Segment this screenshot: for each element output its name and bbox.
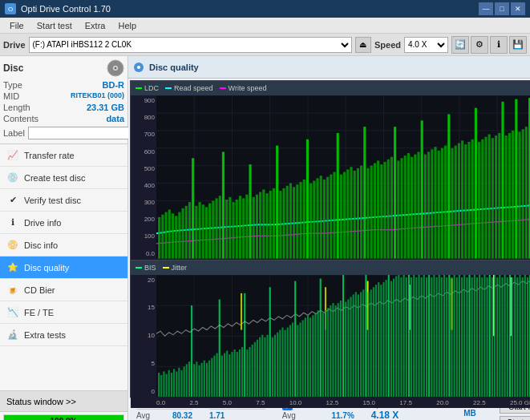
svg-rect-128 [508,133,511,259]
lower-chart-panel: BIS Jitter 20 15 10 5 0 [130,260,530,398]
nav-verify-test-disc-label: Verify test disc [24,196,81,205]
eject-button[interactable]: ⏏ [355,37,371,53]
create-test-disc-icon: 💿 [6,172,19,184]
svg-rect-266 [433,275,435,397]
svg-rect-114 [461,140,463,258]
start-part-button[interactable]: Start part [500,416,530,420]
svg-rect-225 [330,305,331,397]
svg-rect-299 [516,277,518,397]
svg-rect-223 [325,310,326,397]
svg-rect-43 [222,151,225,258]
svg-rect-226 [332,303,334,397]
drive-select[interactable]: (F:) ATAPI iHBS112 2 CL0K [29,37,352,53]
svg-rect-239 [365,275,366,397]
close-button[interactable]: ✕ [511,2,525,15]
svg-rect-214 [302,320,304,397]
svg-rect-176 [224,353,225,397]
svg-rect-158 [178,367,180,397]
svg-rect-28 [172,213,174,258]
svg-rect-285 [481,277,483,397]
svg-rect-169 [206,362,208,397]
status-window-button[interactable]: Status window >> [0,391,127,412]
nav-create-test-disc[interactable]: 💿 Create test disc [0,167,127,189]
svg-rect-274 [454,275,455,397]
svg-rect-69 [310,184,312,259]
nav-verify-test-disc[interactable]: ✔ Verify test disc [0,189,127,212]
save-button[interactable]: 💾 [509,36,527,54]
svg-rect-49 [242,198,245,258]
minimize-button[interactable]: — [479,2,493,15]
bis-legend-label: BIS [144,264,156,272]
refresh-button[interactable]: 🔄 [451,36,469,54]
nav-list: 📈 Transfer rate 💿 Create test disc ✔ Ver… [0,144,127,390]
svg-point-4 [137,66,140,69]
svg-rect-220 [318,310,319,397]
svg-rect-168 [204,360,205,397]
nav-extra-tests[interactable]: 🔬 Extra tests [0,324,127,346]
svg-rect-283 [476,277,478,397]
svg-rect-276 [459,275,460,397]
settings-button[interactable]: ⚙ [471,36,488,54]
speed-select[interactable]: 4.0 X [404,37,448,53]
svg-rect-108 [441,148,443,259]
svg-rect-38 [205,207,208,258]
upper-chart-legend: LDC Read speed Write speed [131,81,530,95]
read-speed-legend: Read speed [165,84,213,92]
nav-fe-te[interactable]: 📉 FE / TE [0,301,127,324]
svg-rect-232 [347,299,349,397]
svg-rect-70 [313,180,315,258]
svg-rect-262 [423,275,425,397]
svg-rect-293 [501,277,503,397]
svg-rect-157 [176,371,177,397]
svg-rect-173 [216,353,218,397]
menu-help[interactable]: Help [111,19,143,32]
svg-rect-177 [226,350,228,397]
fe-te-icon: 📉 [6,306,19,319]
svg-rect-127 [505,135,508,258]
svg-rect-282 [474,275,475,397]
svg-rect-267 [436,277,438,397]
nav-cd-bier[interactable]: 🍺 CD Bier [0,279,127,301]
label-input[interactable] [28,127,131,139]
verify-test-disc-icon: ✔ [6,194,19,207]
svg-rect-93 [390,157,393,259]
svg-rect-131 [518,131,520,258]
info-button[interactable]: ℹ [490,36,508,54]
menu-extra[interactable]: Extra [79,19,112,32]
svg-rect-217 [310,317,311,397]
svg-rect-91 [383,162,386,259]
svg-rect-48 [239,196,241,258]
svg-rect-58 [273,188,275,259]
svg-rect-100 [414,155,416,259]
svg-rect-77 [337,133,339,259]
svg-rect-256 [408,275,410,397]
nav-disc-info[interactable]: 📀 Disc info [0,234,127,256]
svg-rect-88 [374,164,376,259]
nav-drive-info[interactable]: ℹ Drive info [0,212,127,234]
svg-rect-102 [421,120,423,258]
svg-rect-151 [160,375,162,397]
menu-file[interactable]: File [3,19,30,32]
svg-rect-33 [188,202,191,258]
svg-rect-159 [180,370,182,397]
svg-rect-129 [512,131,514,259]
svg-rect-206 [281,327,283,397]
svg-rect-118 [475,108,477,259]
svg-rect-238 [362,289,364,397]
chart-title: Disc quality [149,63,199,72]
svg-rect-86 [366,168,369,259]
svg-rect-130 [515,99,517,259]
nav-transfer-rate[interactable]: 📈 Transfer rate [0,144,127,167]
svg-rect-121 [484,137,487,259]
svg-rect-209 [289,325,291,397]
svg-rect-271 [446,277,447,397]
svg-rect-124 [495,135,497,258]
speed-label: Speed [374,40,401,50]
svg-rect-71 [316,178,318,258]
svg-rect-63 [289,184,292,259]
menu-start-test[interactable]: Start test [30,19,79,32]
nav-disc-quality[interactable]: ⭐ Disc quality [0,256,127,279]
maximize-button[interactable]: □ [495,2,509,15]
svg-rect-87 [370,166,373,259]
svg-rect-104 [427,151,430,258]
